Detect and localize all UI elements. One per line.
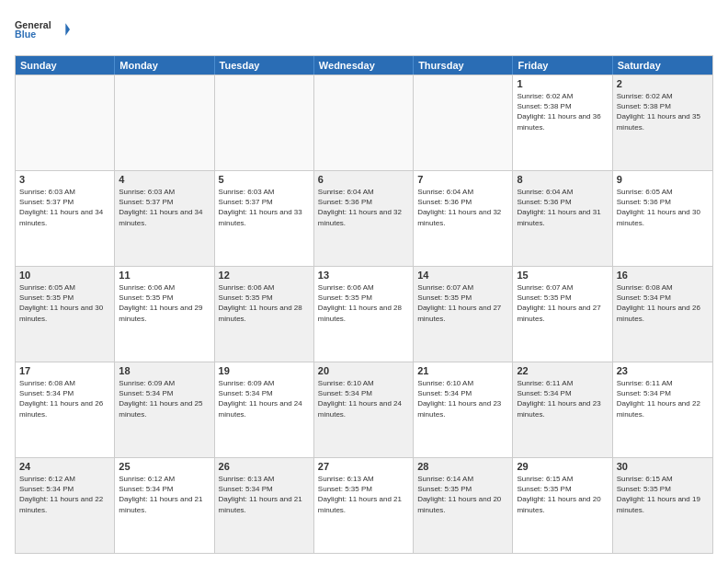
cal-cell: 26Sunrise: 6:13 AMSunset: 5:34 PMDayligh… (215, 458, 314, 553)
cal-cell: 3Sunrise: 6:03 AMSunset: 5:37 PMDaylight… (16, 171, 115, 266)
day-info: Sunrise: 6:05 AMSunset: 5:35 PMDaylight:… (19, 282, 110, 324)
cal-cell: 16Sunrise: 6:08 AMSunset: 5:34 PMDayligh… (613, 267, 712, 362)
day-info: Sunrise: 6:07 AMSunset: 5:35 PMDaylight:… (417, 282, 508, 324)
header-cell-friday: Friday (513, 56, 612, 75)
day-number: 16 (617, 270, 709, 281)
week-row-1: 1Sunrise: 6:02 AMSunset: 5:38 PMDaylight… (16, 75, 712, 170)
day-number: 14 (417, 270, 508, 281)
day-info: Sunrise: 6:02 AMSunset: 5:38 PMDaylight:… (517, 91, 608, 132)
day-info: Sunrise: 6:08 AMSunset: 5:34 PMDaylight:… (617, 282, 709, 324)
cal-cell (16, 75, 115, 170)
week-row-3: 10Sunrise: 6:05 AMSunset: 5:35 PMDayligh… (16, 266, 712, 362)
day-number: 22 (517, 365, 608, 376)
day-info: Sunrise: 6:09 AMSunset: 5:34 PMDaylight:… (219, 378, 310, 419)
cal-cell: 24Sunrise: 6:12 AMSunset: 5:34 PMDayligh… (16, 458, 115, 553)
day-info: Sunrise: 6:05 AMSunset: 5:36 PMDaylight:… (617, 187, 709, 228)
day-number: 3 (19, 174, 110, 185)
cal-cell: 28Sunrise: 6:14 AMSunset: 5:35 PMDayligh… (414, 458, 513, 553)
cal-cell (414, 75, 513, 170)
day-info: Sunrise: 6:03 AMSunset: 5:37 PMDaylight:… (219, 187, 310, 228)
day-number: 12 (219, 270, 310, 281)
day-number: 6 (318, 174, 409, 185)
day-info: Sunrise: 6:08 AMSunset: 5:34 PMDaylight:… (19, 378, 110, 419)
day-info: Sunrise: 6:10 AMSunset: 5:34 PMDaylight:… (417, 378, 508, 419)
cal-cell: 6Sunrise: 6:04 AMSunset: 5:36 PMDaylight… (314, 171, 414, 266)
day-info: Sunrise: 6:14 AMSunset: 5:35 PMDaylight:… (417, 474, 508, 515)
cal-cell: 10Sunrise: 6:05 AMSunset: 5:35 PMDayligh… (16, 267, 115, 362)
header-cell-tuesday: Tuesday (215, 56, 314, 75)
cal-cell: 4Sunrise: 6:03 AMSunset: 5:37 PMDaylight… (115, 171, 214, 266)
day-number: 20 (318, 365, 409, 376)
cal-cell (115, 75, 214, 170)
day-number: 10 (19, 270, 110, 281)
cal-cell: 18Sunrise: 6:09 AMSunset: 5:34 PMDayligh… (115, 362, 214, 457)
day-info: Sunrise: 6:04 AMSunset: 5:36 PMDaylight:… (517, 187, 608, 228)
day-info: Sunrise: 6:15 AMSunset: 5:35 PMDaylight:… (517, 474, 608, 515)
cal-cell: 20Sunrise: 6:10 AMSunset: 5:34 PMDayligh… (314, 362, 414, 457)
day-info: Sunrise: 6:10 AMSunset: 5:34 PMDaylight:… (318, 378, 409, 419)
cal-cell: 19Sunrise: 6:09 AMSunset: 5:34 PMDayligh… (215, 362, 314, 457)
header-cell-sunday: Sunday (16, 56, 115, 75)
cal-cell (314, 75, 414, 170)
day-number: 8 (517, 174, 608, 185)
day-number: 4 (119, 174, 210, 185)
calendar: SundayMondayTuesdayWednesdayThursdayFrid… (15, 55, 713, 554)
week-row-2: 3Sunrise: 6:03 AMSunset: 5:37 PMDaylight… (16, 170, 712, 266)
day-info: Sunrise: 6:12 AMSunset: 5:34 PMDaylight:… (19, 474, 110, 515)
day-number: 30 (617, 461, 709, 472)
logo: General Blue (15, 11, 70, 48)
cal-cell: 2Sunrise: 6:02 AMSunset: 5:38 PMDaylight… (613, 75, 712, 170)
day-info: Sunrise: 6:11 AMSunset: 5:34 PMDaylight:… (617, 378, 709, 419)
day-info: Sunrise: 6:11 AMSunset: 5:34 PMDaylight:… (517, 378, 608, 419)
cal-cell: 9Sunrise: 6:05 AMSunset: 5:36 PMDaylight… (613, 171, 712, 266)
day-number: 9 (617, 174, 709, 185)
svg-text:Blue: Blue (15, 29, 36, 40)
day-info: Sunrise: 6:15 AMSunset: 5:35 PMDaylight:… (617, 474, 709, 515)
cal-cell: 30Sunrise: 6:15 AMSunset: 5:35 PMDayligh… (613, 458, 712, 553)
day-info: Sunrise: 6:04 AMSunset: 5:36 PMDaylight:… (318, 187, 409, 228)
cal-cell: 22Sunrise: 6:11 AMSunset: 5:34 PMDayligh… (513, 362, 612, 457)
day-number: 13 (318, 270, 409, 281)
cal-cell: 7Sunrise: 6:04 AMSunset: 5:36 PMDaylight… (414, 171, 513, 266)
cal-cell: 14Sunrise: 6:07 AMSunset: 5:35 PMDayligh… (414, 267, 513, 362)
day-info: Sunrise: 6:09 AMSunset: 5:34 PMDaylight:… (119, 378, 210, 419)
day-info: Sunrise: 6:02 AMSunset: 5:38 PMDaylight:… (617, 91, 709, 132)
day-info: Sunrise: 6:13 AMSunset: 5:35 PMDaylight:… (318, 474, 409, 515)
calendar-body: 1Sunrise: 6:02 AMSunset: 5:38 PMDaylight… (16, 75, 712, 553)
cal-cell (215, 75, 314, 170)
day-number: 28 (417, 461, 508, 472)
cal-cell: 23Sunrise: 6:11 AMSunset: 5:34 PMDayligh… (613, 362, 712, 457)
day-number: 17 (19, 365, 110, 376)
svg-marker-2 (65, 23, 70, 35)
day-info: Sunrise: 6:03 AMSunset: 5:37 PMDaylight:… (19, 187, 110, 228)
day-number: 15 (517, 270, 608, 281)
day-info: Sunrise: 6:07 AMSunset: 5:35 PMDaylight:… (517, 282, 608, 324)
day-info: Sunrise: 6:06 AMSunset: 5:35 PMDaylight:… (219, 282, 310, 324)
day-number: 7 (417, 174, 508, 185)
day-info: Sunrise: 6:06 AMSunset: 5:35 PMDaylight:… (119, 282, 210, 324)
week-row-4: 17Sunrise: 6:08 AMSunset: 5:34 PMDayligh… (16, 362, 712, 457)
day-number: 21 (417, 365, 508, 376)
day-number: 25 (119, 461, 210, 472)
header-cell-wednesday: Wednesday (314, 56, 414, 75)
week-row-5: 24Sunrise: 6:12 AMSunset: 5:34 PMDayligh… (16, 457, 712, 553)
day-number: 26 (219, 461, 310, 472)
header-cell-monday: Monday (115, 56, 214, 75)
cal-cell: 25Sunrise: 6:12 AMSunset: 5:34 PMDayligh… (115, 458, 214, 553)
day-info: Sunrise: 6:03 AMSunset: 5:37 PMDaylight:… (119, 187, 210, 228)
cal-cell: 29Sunrise: 6:15 AMSunset: 5:35 PMDayligh… (513, 458, 612, 553)
header-cell-saturday: Saturday (613, 56, 712, 75)
day-number: 24 (19, 461, 110, 472)
cal-cell: 1Sunrise: 6:02 AMSunset: 5:38 PMDaylight… (513, 75, 612, 170)
page: General Blue SundayMondayTuesdayWednesda… (0, 0, 728, 563)
cal-cell: 27Sunrise: 6:13 AMSunset: 5:35 PMDayligh… (314, 458, 414, 553)
day-number: 29 (517, 461, 608, 472)
day-number: 23 (617, 365, 709, 376)
day-number: 19 (219, 365, 310, 376)
day-info: Sunrise: 6:04 AMSunset: 5:36 PMDaylight:… (417, 187, 508, 228)
header: General Blue (15, 11, 713, 48)
cal-cell: 17Sunrise: 6:08 AMSunset: 5:34 PMDayligh… (16, 362, 115, 457)
day-info: Sunrise: 6:06 AMSunset: 5:35 PMDaylight:… (318, 282, 409, 324)
day-number: 1 (517, 78, 608, 89)
day-info: Sunrise: 6:12 AMSunset: 5:34 PMDaylight:… (119, 474, 210, 515)
